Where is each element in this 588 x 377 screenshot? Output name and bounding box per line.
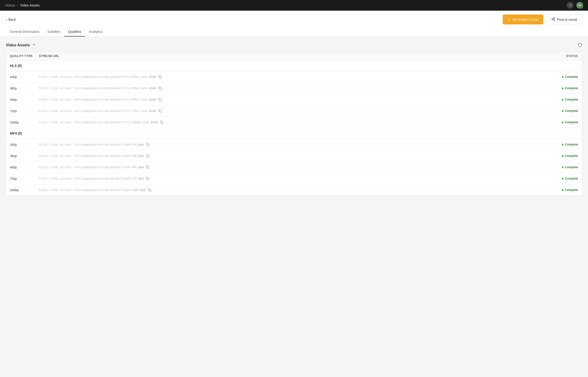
copy-button-1080p-hls[interactable]: [160, 120, 164, 124]
post-social-button[interactable]: Post to social: [546, 14, 582, 24]
status-badge: Complete: [562, 177, 578, 180]
status-dot: [562, 189, 564, 191]
breadcrumb-separator: ›: [17, 3, 18, 7]
svg-rect-13: [147, 178, 149, 180]
status-dot: [562, 99, 564, 101]
status-text: Complete: [565, 109, 578, 113]
back-icon: ‹: [6, 18, 7, 22]
table-row: 480p https://cdn.vplayer.tech/agmpgubw/e…: [6, 162, 582, 173]
breadcrumb: Videos › Video Assets: [5, 3, 40, 7]
tab-qualities[interactable]: Qualities: [64, 27, 85, 36]
col-status: Status: [542, 54, 578, 58]
url-cell-720p-mp4: https://cdn.vplayer.tech/agmpgubw/encode…: [39, 177, 542, 181]
url-cell-480p-hls: https://cdn.vplayer.tech/agmpgubw/encode…: [39, 97, 542, 102]
back-button[interactable]: ‹ Back: [6, 18, 16, 22]
url-cell-360p-hls: https://cdn.vplayer.tech/agmpgubw/encode…: [39, 86, 542, 90]
url-text: https://cdn.vplayer.tech/agmpgubw/encode…: [39, 75, 156, 79]
status-cell: Complete: [542, 98, 578, 101]
status-text: Complete: [565, 98, 578, 101]
help-icon[interactable]: ?: [567, 2, 574, 9]
avatar-initials: JD: [578, 4, 581, 7]
quality-1080p-mp4: 1080p: [10, 188, 39, 192]
status-cell: Complete: [542, 165, 578, 169]
copy-button-480p-mp4[interactable]: [145, 165, 150, 169]
tab-subtitles[interactable]: Subtitles: [44, 27, 64, 36]
url-text: https://cdn.vplayer.tech/agmpgubw/encode…: [39, 165, 144, 169]
copy-button-480p-hls[interactable]: [158, 97, 162, 102]
copy-button-720p-hls[interactable]: [158, 109, 162, 113]
status-text: Complete: [565, 177, 578, 180]
status-badge: Complete: [562, 121, 578, 124]
status-badge: Complete: [562, 143, 578, 146]
copy-button-720p-mp4[interactable]: [145, 177, 150, 181]
section-header: Video Assets: [6, 42, 582, 48]
svg-rect-14: [149, 189, 151, 191]
tab-general[interactable]: General Information: [6, 27, 44, 36]
breadcrumb-current: Video Assets: [20, 3, 40, 7]
quality-480p-hls: 480p: [10, 98, 39, 102]
quality-1080p-hls: 1080p: [10, 121, 39, 124]
url-text: https://cdn.vplayer.tech/agmpgubw/encode…: [39, 177, 144, 180]
quality-360p-mp4: 360p: [10, 154, 39, 158]
quality-360p-hls: 360p: [10, 86, 39, 90]
svg-rect-9: [161, 122, 163, 124]
copy-button-360p-hls[interactable]: [158, 86, 162, 90]
status-cell: Complete: [542, 154, 578, 158]
subheader-actions: ⊙ Get Embed Code Post to social: [503, 14, 582, 24]
status-dot: [562, 87, 564, 89]
table-row: 480p https://cdn.vplayer.tech/agmpgubw/e…: [6, 94, 582, 105]
copy-button-240p-mp4[interactable]: [145, 142, 150, 147]
status-dot: [562, 155, 564, 157]
quality-720p-mp4: 720p: [10, 177, 39, 180]
status-dot: [562, 166, 564, 168]
svg-point-2: [554, 20, 555, 21]
status-cell: Complete: [542, 188, 578, 192]
embed-code-button[interactable]: ⊙ Get Embed Code: [503, 14, 543, 24]
svg-point-0: [554, 17, 555, 18]
url-text: https://cdn.vplayer.tech/agmpgubw/encode…: [39, 154, 144, 158]
group-header-mp4: MP4 (5): [6, 128, 582, 139]
section-title-text: Video Assets: [6, 43, 30, 47]
status-badge: Complete: [562, 98, 578, 101]
svg-point-1: [552, 19, 553, 20]
status-badge: Complete: [562, 165, 578, 169]
url-cell-1080p-mp4: https://cdn.vplayer.tech/agmpgubw/encode…: [39, 188, 542, 192]
svg-line-4: [552, 18, 554, 19]
collapse-icon[interactable]: [32, 43, 36, 47]
topbar: Videos › Video Assets ? JD: [0, 0, 588, 11]
status-text: Complete: [565, 86, 578, 90]
section-title: Video Assets: [6, 43, 36, 47]
status-cell: Complete: [542, 177, 578, 180]
url-text: https://cdn.vplayer.tech/agmpgubw/encode…: [39, 188, 145, 192]
group-header-hls: HLS (5): [6, 60, 582, 71]
table-row: 360p https://cdn.vplayer.tech/agmpgubw/e…: [6, 83, 582, 94]
avatar[interactable]: JD: [576, 2, 583, 9]
url-text: https://cdn.vplayer.tech/agmpgubw/encode…: [39, 109, 156, 113]
url-text: https://cdn.vplayer.tech/agmpgubw/encode…: [39, 98, 156, 101]
status-text: Complete: [565, 75, 578, 79]
status-badge: Complete: [562, 188, 578, 192]
url-text: https://cdn.vplayer.tech/agmpgubw/encode…: [39, 143, 144, 146]
table-row: 720p https://cdn.vplayer.tech/agmpgubw/e…: [6, 105, 582, 117]
refresh-button[interactable]: [578, 42, 582, 48]
status-text: Complete: [565, 143, 578, 146]
tab-analytics[interactable]: Analytics: [85, 27, 106, 36]
url-cell-240p-hls: https://cdn.vplayer.tech/agmpgubw/encode…: [39, 75, 542, 79]
status-dot: [562, 178, 564, 179]
svg-rect-5: [160, 76, 161, 78]
subheader-top: ‹ Back ⊙ Get Embed Code Post to social: [6, 14, 582, 24]
status-cell: Complete: [542, 75, 578, 79]
status-text: Complete: [565, 165, 578, 169]
status-dot: [562, 122, 564, 123]
share-icon: [551, 17, 555, 22]
back-label: Back: [9, 18, 16, 22]
col-quality-type: Quality Type: [10, 54, 39, 58]
copy-button-1080p-mp4[interactable]: [147, 188, 152, 192]
copy-button-240p-hls[interactable]: [158, 75, 162, 79]
svg-rect-7: [160, 99, 161, 101]
status-cell: Complete: [542, 86, 578, 90]
table-row: 240p https://cdn.vplayer.tech/agmpgubw/e…: [6, 139, 582, 150]
copy-button-360p-mp4[interactable]: [145, 154, 150, 158]
status-badge: Complete: [562, 154, 578, 158]
tabs: General Information Subtitles Qualities …: [6, 27, 582, 36]
